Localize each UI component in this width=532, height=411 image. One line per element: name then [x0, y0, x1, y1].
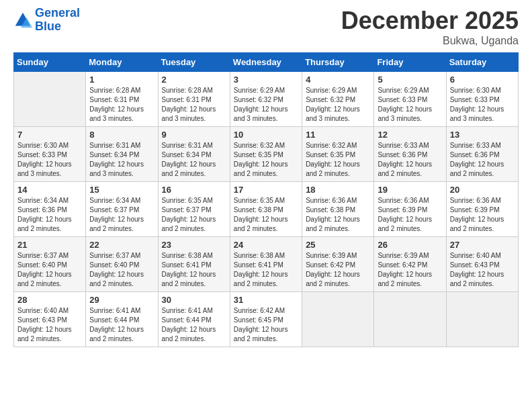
calendar-cell: 22Sunrise: 6:37 AM Sunset: 6:40 PM Dayli… — [86, 237, 158, 292]
day-info: Sunrise: 6:36 AM Sunset: 6:38 PM Dayligh… — [306, 196, 370, 234]
weekday-header: Tuesday — [158, 53, 230, 72]
day-number: 21 — [17, 240, 82, 250]
weekday-header: Saturday — [446, 53, 518, 72]
day-number: 3 — [234, 75, 298, 85]
day-info: Sunrise: 6:37 AM Sunset: 6:40 PM Dayligh… — [89, 251, 154, 289]
day-number: 18 — [306, 185, 370, 195]
day-number: 9 — [162, 130, 226, 140]
calendar-header: SundayMondayTuesdayWednesdayThursdayFrid… — [14, 53, 519, 72]
day-number: 7 — [17, 130, 82, 140]
weekday-header: Friday — [374, 53, 446, 72]
day-info: Sunrise: 6:38 AM Sunset: 6:41 PM Dayligh… — [162, 251, 226, 289]
calendar-week-row: 1Sunrise: 6:28 AM Sunset: 6:31 PM Daylig… — [14, 72, 519, 127]
day-number: 30 — [162, 295, 226, 305]
weekday-row: SundayMondayTuesdayWednesdayThursdayFrid… — [14, 53, 519, 72]
day-info: Sunrise: 6:29 AM Sunset: 6:32 PM Dayligh… — [306, 86, 370, 124]
day-info: Sunrise: 6:40 AM Sunset: 6:43 PM Dayligh… — [17, 306, 82, 344]
weekday-header: Monday — [86, 53, 158, 72]
logo-icon — [13, 11, 32, 30]
day-number: 23 — [162, 240, 226, 250]
calendar-week-row: 21Sunrise: 6:37 AM Sunset: 6:40 PM Dayli… — [14, 237, 519, 292]
calendar-cell: 21Sunrise: 6:37 AM Sunset: 6:40 PM Dayli… — [14, 237, 86, 292]
logo: General Blue — [13, 7, 80, 34]
calendar-week-row: 7Sunrise: 6:30 AM Sunset: 6:33 PM Daylig… — [14, 127, 519, 182]
day-info: Sunrise: 6:33 AM Sunset: 6:36 PM Dayligh… — [450, 141, 515, 179]
calendar-cell: 8Sunrise: 6:31 AM Sunset: 6:34 PM Daylig… — [86, 127, 158, 182]
calendar-cell: 28Sunrise: 6:40 AM Sunset: 6:43 PM Dayli… — [14, 292, 86, 347]
day-info: Sunrise: 6:31 AM Sunset: 6:34 PM Dayligh… — [89, 141, 154, 179]
day-info: Sunrise: 6:35 AM Sunset: 6:37 PM Dayligh… — [162, 196, 226, 234]
day-info: Sunrise: 6:42 AM Sunset: 6:45 PM Dayligh… — [234, 306, 298, 344]
day-info: Sunrise: 6:31 AM Sunset: 6:34 PM Dayligh… — [162, 141, 226, 179]
calendar-cell: 30Sunrise: 6:41 AM Sunset: 6:44 PM Dayli… — [158, 292, 230, 347]
calendar-cell — [446, 292, 518, 347]
calendar-cell: 6Sunrise: 6:30 AM Sunset: 6:33 PM Daylig… — [446, 72, 518, 127]
logo-text: General Blue — [35, 7, 80, 34]
calendar-cell: 3Sunrise: 6:29 AM Sunset: 6:32 PM Daylig… — [230, 72, 302, 127]
day-info: Sunrise: 6:34 AM Sunset: 6:36 PM Dayligh… — [17, 196, 82, 234]
calendar-cell: 18Sunrise: 6:36 AM Sunset: 6:38 PM Dayli… — [302, 182, 374, 237]
page-header: General Blue December 2025 Bukwa, Uganda — [13, 7, 519, 47]
calendar-cell: 7Sunrise: 6:30 AM Sunset: 6:33 PM Daylig… — [14, 127, 86, 182]
day-info: Sunrise: 6:36 AM Sunset: 6:39 PM Dayligh… — [378, 196, 442, 234]
calendar-cell: 15Sunrise: 6:34 AM Sunset: 6:37 PM Dayli… — [86, 182, 158, 237]
day-info: Sunrise: 6:32 AM Sunset: 6:35 PM Dayligh… — [234, 141, 298, 179]
day-number: 11 — [306, 130, 370, 140]
day-info: Sunrise: 6:39 AM Sunset: 6:42 PM Dayligh… — [378, 251, 442, 289]
title-block: December 2025 Bukwa, Uganda — [341, 7, 519, 47]
day-info: Sunrise: 6:41 AM Sunset: 6:44 PM Dayligh… — [89, 306, 154, 344]
day-number: 8 — [89, 130, 154, 140]
day-number: 17 — [234, 185, 298, 195]
calendar-cell — [302, 292, 374, 347]
day-number: 19 — [378, 185, 442, 195]
calendar-cell: 14Sunrise: 6:34 AM Sunset: 6:36 PM Dayli… — [14, 182, 86, 237]
day-number: 31 — [234, 295, 298, 305]
day-number: 16 — [162, 185, 226, 195]
weekday-header: Sunday — [14, 53, 86, 72]
day-info: Sunrise: 6:34 AM Sunset: 6:37 PM Dayligh… — [89, 196, 154, 234]
calendar-cell — [374, 292, 446, 347]
day-info: Sunrise: 6:36 AM Sunset: 6:39 PM Dayligh… — [450, 196, 515, 234]
day-number: 10 — [234, 130, 298, 140]
calendar-cell: 17Sunrise: 6:35 AM Sunset: 6:38 PM Dayli… — [230, 182, 302, 237]
calendar-cell: 25Sunrise: 6:39 AM Sunset: 6:42 PM Dayli… — [302, 237, 374, 292]
day-number: 26 — [378, 240, 442, 250]
day-info: Sunrise: 6:30 AM Sunset: 6:33 PM Dayligh… — [450, 86, 515, 124]
day-info: Sunrise: 6:29 AM Sunset: 6:33 PM Dayligh… — [378, 86, 442, 124]
day-info: Sunrise: 6:28 AM Sunset: 6:31 PM Dayligh… — [89, 86, 154, 124]
day-number: 5 — [378, 75, 442, 85]
day-info: Sunrise: 6:40 AM Sunset: 6:43 PM Dayligh… — [450, 251, 515, 289]
day-info: Sunrise: 6:28 AM Sunset: 6:31 PM Dayligh… — [162, 86, 226, 124]
day-info: Sunrise: 6:29 AM Sunset: 6:32 PM Dayligh… — [234, 86, 298, 124]
calendar-cell: 19Sunrise: 6:36 AM Sunset: 6:39 PM Dayli… — [374, 182, 446, 237]
day-info: Sunrise: 6:32 AM Sunset: 6:35 PM Dayligh… — [306, 141, 370, 179]
day-number: 24 — [234, 240, 298, 250]
calendar-cell: 4Sunrise: 6:29 AM Sunset: 6:32 PM Daylig… — [302, 72, 374, 127]
calendar-cell: 26Sunrise: 6:39 AM Sunset: 6:42 PM Dayli… — [374, 237, 446, 292]
logo-line2: Blue — [35, 19, 61, 33]
day-info: Sunrise: 6:41 AM Sunset: 6:44 PM Dayligh… — [162, 306, 226, 344]
calendar-cell: 10Sunrise: 6:32 AM Sunset: 6:35 PM Dayli… — [230, 127, 302, 182]
calendar-cell: 5Sunrise: 6:29 AM Sunset: 6:33 PM Daylig… — [374, 72, 446, 127]
day-number: 13 — [450, 130, 515, 140]
calendar-week-row: 28Sunrise: 6:40 AM Sunset: 6:43 PM Dayli… — [14, 292, 519, 347]
calendar-cell — [14, 72, 86, 127]
weekday-header: Thursday — [302, 53, 374, 72]
day-number: 6 — [450, 75, 515, 85]
day-number: 14 — [17, 185, 82, 195]
day-number: 12 — [378, 130, 442, 140]
calendar-cell: 1Sunrise: 6:28 AM Sunset: 6:31 PM Daylig… — [86, 72, 158, 127]
day-number: 1 — [89, 75, 154, 85]
day-number: 2 — [162, 75, 226, 85]
calendar-cell: 29Sunrise: 6:41 AM Sunset: 6:44 PM Dayli… — [86, 292, 158, 347]
day-number: 20 — [450, 185, 515, 195]
calendar-cell: 9Sunrise: 6:31 AM Sunset: 6:34 PM Daylig… — [158, 127, 230, 182]
day-info: Sunrise: 6:33 AM Sunset: 6:36 PM Dayligh… — [378, 141, 442, 179]
day-info: Sunrise: 6:30 AM Sunset: 6:33 PM Dayligh… — [17, 141, 82, 179]
day-info: Sunrise: 6:38 AM Sunset: 6:41 PM Dayligh… — [234, 251, 298, 289]
location: Bukwa, Uganda — [341, 35, 519, 47]
day-info: Sunrise: 6:39 AM Sunset: 6:42 PM Dayligh… — [306, 251, 370, 289]
calendar-body: 1Sunrise: 6:28 AM Sunset: 6:31 PM Daylig… — [14, 72, 519, 347]
calendar-cell: 12Sunrise: 6:33 AM Sunset: 6:36 PM Dayli… — [374, 127, 446, 182]
month-title: December 2025 — [341, 7, 519, 35]
